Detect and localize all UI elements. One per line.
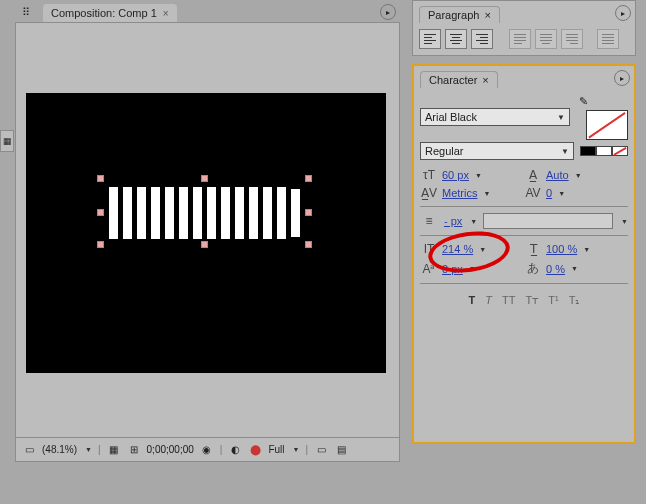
justify-all-button[interactable] <box>597 29 619 49</box>
subscript-button[interactable]: T₁ <box>569 294 580 307</box>
view-icon[interactable]: ▭ <box>314 443 328 457</box>
kerning-icon: A̲V <box>420 186 438 200</box>
align-right-button[interactable] <box>471 29 493 49</box>
chevron-down-icon[interactable]: ▼ <box>569 265 578 272</box>
close-icon[interactable]: × <box>484 9 490 21</box>
tab-label: Character <box>429 74 477 86</box>
grid-icon[interactable]: ▦ <box>107 443 121 457</box>
channel-icon[interactable]: ▤ <box>334 443 348 457</box>
baseline-shift-value[interactable]: 0 px <box>442 263 463 275</box>
chevron-down-icon[interactable]: ▼ <box>573 172 582 179</box>
composition-viewer[interactable]: ▭ (48.1%) ▼ | ▦ ⊞ 0;00;00;00 ◉ | ◐ ⬤ Ful… <box>15 22 400 462</box>
fill-color-swatch[interactable] <box>586 110 628 140</box>
chevron-down-icon: ▼ <box>561 147 569 156</box>
superscript-button[interactable]: T¹ <box>548 294 558 307</box>
font-family-value: Arial Black <box>425 111 477 123</box>
tsume-icon: あ <box>524 260 542 277</box>
svg-line-1 <box>614 148 626 155</box>
chevron-down-icon[interactable]: ▼ <box>473 172 482 179</box>
chevron-down-icon[interactable]: ▼ <box>477 246 486 253</box>
resolution-value[interactable]: Full <box>268 444 284 455</box>
viewer-status-bar: ▭ (48.1%) ▼ | ▦ ⊞ 0;00;00;00 ◉ | ◐ ⬤ Ful… <box>16 437 399 461</box>
close-icon[interactable]: × <box>482 74 488 86</box>
chevron-down-icon[interactable]: ▼ <box>468 218 477 225</box>
align-left-button[interactable] <box>419 29 441 49</box>
text-layer[interactable] <box>101 179 311 249</box>
vertical-scale-value[interactable]: 214 % <box>442 243 473 255</box>
baseline-shift-icon: Aᵃ <box>420 262 438 276</box>
align-center-button[interactable] <box>445 29 467 49</box>
safe-zone-icon[interactable]: ⊞ <box>127 443 141 457</box>
composition-panel: ⠿ Composition: Comp 1 × ▸ <box>15 0 400 504</box>
horizontal-scale-icon: T̲ <box>524 242 542 256</box>
tab-paragraph[interactable]: Paragraph × <box>419 6 500 23</box>
chevron-down-icon[interactable]: ▼ <box>556 190 565 197</box>
tab-label: Paragraph <box>428 9 479 21</box>
font-family-dropdown[interactable]: Arial Black ▼ <box>420 108 570 126</box>
vertical-scale-icon: IT <box>420 242 438 256</box>
chevron-down-icon[interactable]: ▼ <box>619 218 628 225</box>
panel-grip-icon: ⠿ <box>19 5 33 19</box>
tracking-value[interactable]: 0 <box>546 187 552 199</box>
justify-left-button[interactable] <box>509 29 531 49</box>
mask-icon[interactable]: ◐ <box>228 443 242 457</box>
chevron-down-icon[interactable]: ▼ <box>467 265 476 272</box>
stroke-width-value[interactable]: - px <box>444 215 462 227</box>
justify-center-button[interactable] <box>535 29 557 49</box>
faux-italic-button[interactable]: T <box>485 294 492 307</box>
chevron-down-icon[interactable]: ▼ <box>83 446 92 453</box>
paragraph-panel: Paragraph × ▸ <box>412 0 636 56</box>
kerning-value[interactable]: Metrics <box>442 187 477 199</box>
svg-line-0 <box>589 113 625 138</box>
leading-icon: A̲ <box>524 168 542 182</box>
font-size-value[interactable]: 60 px <box>442 169 469 181</box>
layout-icon[interactable]: ▭ <box>22 443 36 457</box>
eyedropper-icon[interactable]: ✎ <box>576 94 590 108</box>
tab-composition[interactable]: Composition: Comp 1 × <box>43 4 177 22</box>
composition-canvas[interactable] <box>26 93 386 373</box>
tab-character[interactable]: Character × <box>420 71 498 88</box>
panel-menu-button[interactable]: ▸ <box>615 5 631 21</box>
zoom-value[interactable]: (48.1%) <box>42 444 77 455</box>
color-icon[interactable]: ⬤ <box>248 443 262 457</box>
font-size-icon: τT <box>420 168 438 182</box>
leading-value[interactable]: Auto <box>546 169 569 181</box>
tab-label: Composition: Comp 1 <box>51 7 157 19</box>
panel-menu-button[interactable]: ▸ <box>614 70 630 86</box>
chevron-down-icon[interactable]: ▼ <box>581 246 590 253</box>
chevron-down-icon: ▼ <box>557 113 565 122</box>
timecode-value[interactable]: 0;00;00;00 <box>147 444 194 455</box>
stroke-style-dropdown[interactable] <box>483 213 613 229</box>
chevron-down-icon[interactable]: ▼ <box>291 446 300 453</box>
close-icon[interactable]: × <box>163 8 169 19</box>
font-style-value: Regular <box>425 145 464 157</box>
font-style-dropdown[interactable]: Regular ▼ <box>420 142 574 160</box>
tsume-value[interactable]: 0 % <box>546 263 565 275</box>
justify-right-button[interactable] <box>561 29 583 49</box>
small-caps-button[interactable]: Tᴛ <box>526 294 539 307</box>
chevron-down-icon[interactable]: ▼ <box>481 190 490 197</box>
stroke-color-swatches[interactable] <box>580 146 628 156</box>
tool-button[interactable]: ▦ <box>0 130 14 152</box>
all-caps-button[interactable]: TT <box>502 294 515 307</box>
stroke-width-icon: ≡ <box>420 214 438 228</box>
snapshot-icon[interactable]: ◉ <box>200 443 214 457</box>
character-panel: Character × ▸ Arial Black ▼ ✎ <box>412 64 636 444</box>
faux-bold-button[interactable]: T <box>469 294 476 307</box>
tracking-icon: AV <box>524 186 542 200</box>
panel-menu-button[interactable]: ▸ <box>380 4 396 20</box>
horizontal-scale-value[interactable]: 100 % <box>546 243 577 255</box>
